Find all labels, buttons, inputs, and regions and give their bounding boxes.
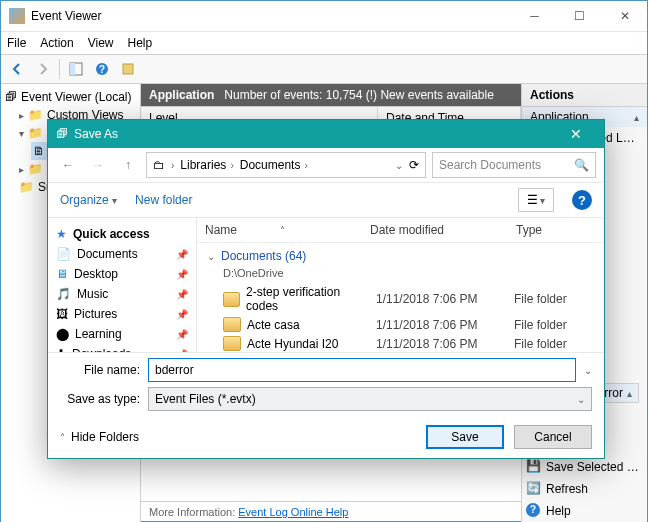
menu-view[interactable]: View [88, 36, 114, 50]
nav-learning[interactable]: ⬤Learning📌 [52, 324, 192, 344]
file-row[interactable]: Acte Hyundai I201/11/2018 7:06 PMFile fo… [197, 334, 604, 352]
svg-rect-4 [123, 64, 133, 74]
nav-quick-access[interactable]: ★Quick access [52, 224, 192, 244]
save-as-dialog: 🗊Save As ✕ ← → ↑ 🗀 › Libraries› Document… [47, 119, 605, 459]
organize-menu[interactable]: Organize ▾ [60, 193, 117, 207]
nav-documents[interactable]: 📄Documents📌 [52, 244, 192, 264]
nav-pictures[interactable]: 🖼Pictures📌 [52, 304, 192, 324]
save-icon: 🗊 [56, 127, 68, 141]
actions-title: Actions [522, 84, 647, 107]
forward-button[interactable] [31, 57, 55, 81]
list-header: Application Number of events: 10,754 (!)… [141, 84, 521, 106]
toolbar: ? [1, 54, 647, 84]
folder-icon [223, 317, 241, 332]
address-bar[interactable]: 🗀 › Libraries› Documents› ⌄ ⟳ [146, 152, 426, 178]
action-save-selected[interactable]: 💾Save Selected Events... [522, 456, 647, 478]
dialog-help-button[interactable]: ? [572, 190, 592, 210]
nav-desktop[interactable]: 🖥Desktop📌 [52, 264, 192, 284]
event-log-help-link[interactable]: Event Log Online Help [238, 506, 348, 518]
dialog-close-button[interactable]: ✕ [556, 126, 596, 142]
menubar: File Action View Help [1, 32, 647, 54]
nav-downloads[interactable]: ⬇Downloads📌 [52, 344, 192, 352]
nav-back-button[interactable]: ← [56, 153, 80, 177]
folder-icon [223, 292, 240, 307]
help-button[interactable]: ? [90, 57, 114, 81]
col-date-modified[interactable]: Date modified [362, 218, 508, 242]
filename-dropdown[interactable]: ⌄ [584, 365, 592, 376]
menu-help[interactable]: Help [128, 36, 153, 50]
new-folder-button[interactable]: New folder [135, 193, 192, 207]
col-type[interactable]: Type [508, 218, 604, 242]
crumb-documents[interactable]: Documents› [240, 158, 308, 172]
nav-pane[interactable]: ★Quick access 📄Documents📌 🖥Desktop📌 🎵Mus… [48, 218, 197, 352]
filename-label: File name: [60, 363, 140, 377]
close-button[interactable]: ✕ [602, 2, 647, 31]
nav-forward-button[interactable]: → [86, 153, 110, 177]
event-viewer-window: Event Viewer ─ ☐ ✕ File Action View Help… [0, 0, 648, 522]
refresh-button[interactable] [116, 57, 140, 81]
folder-icon [223, 336, 241, 351]
search-icon: 🔍 [574, 158, 589, 172]
tree-root[interactable]: 🗊Event Viewer (Local) [3, 88, 138, 106]
file-list[interactable]: Name ˄ Date modified Type ⌄Documents (64… [197, 218, 604, 352]
crumb-libraries[interactable]: Libraries› [180, 158, 233, 172]
file-row[interactable]: Acte casa1/11/2018 7:06 PMFile folder [197, 315, 604, 334]
action-refresh[interactable]: 🔄Refresh [522, 478, 647, 500]
file-row[interactable]: 2-step verification codes1/11/2018 7:06 … [197, 283, 604, 315]
savetype-label: Save as type: [60, 392, 140, 406]
nav-up-button[interactable]: ↑ [116, 153, 140, 177]
filename-input[interactable] [148, 358, 576, 382]
refresh-icon[interactable]: ⟳ [409, 158, 419, 172]
back-button[interactable] [5, 57, 29, 81]
dialog-titlebar[interactable]: 🗊Save As ✕ [48, 120, 604, 148]
maximize-button[interactable]: ☐ [557, 2, 602, 31]
libraries-icon: 🗀 [153, 158, 165, 172]
hide-folders-button[interactable]: ˄Hide Folders [60, 430, 139, 444]
show-hide-tree-button[interactable] [64, 57, 88, 81]
group-location: D:\OneDrive [197, 267, 604, 283]
search-box[interactable]: Search Documents 🔍 [432, 152, 596, 178]
app-icon [9, 8, 25, 24]
svg-rect-1 [70, 63, 75, 75]
menu-file[interactable]: File [7, 36, 26, 50]
col-name[interactable]: Name ˄ [197, 218, 362, 242]
minimize-button[interactable]: ─ [512, 2, 557, 31]
titlebar: Event Viewer ─ ☐ ✕ [1, 1, 647, 32]
view-options-button[interactable]: ☰▾ [518, 188, 554, 212]
action-help[interactable]: ?Help [522, 500, 647, 522]
address-dropdown[interactable]: ⌄ [395, 160, 403, 171]
nav-music[interactable]: 🎵Music📌 [52, 284, 192, 304]
group-header[interactable]: ⌄Documents (64) [197, 245, 604, 267]
save-button[interactable]: Save [426, 425, 504, 449]
savetype-combo[interactable]: Event Files (*.evtx)⌄ [148, 387, 592, 411]
window-title: Event Viewer [31, 9, 512, 23]
menu-action[interactable]: Action [40, 36, 73, 50]
svg-text:?: ? [99, 64, 105, 75]
cancel-button[interactable]: Cancel [514, 425, 592, 449]
details-header: More Information: Event Log Online Help [141, 501, 521, 522]
